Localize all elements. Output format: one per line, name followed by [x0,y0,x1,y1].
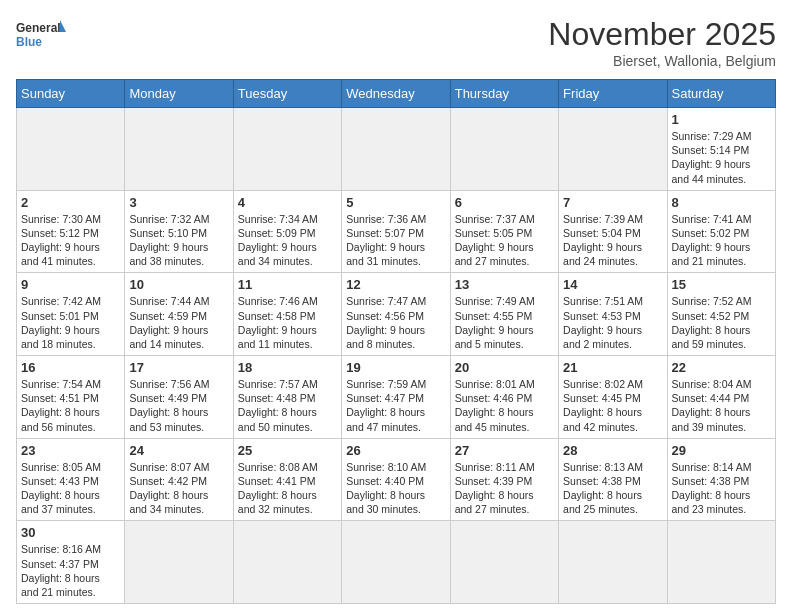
day-info: Sunrise: 8:16 AM Sunset: 4:37 PM Dayligh… [21,542,120,599]
day-info: Sunrise: 7:44 AM Sunset: 4:59 PM Dayligh… [129,294,228,351]
logo-svg: General Blue [16,16,66,56]
day-info: Sunrise: 7:56 AM Sunset: 4:49 PM Dayligh… [129,377,228,434]
calendar-cell [559,521,667,604]
day-info: Sunrise: 7:51 AM Sunset: 4:53 PM Dayligh… [563,294,662,351]
calendar-cell: 15Sunrise: 7:52 AM Sunset: 4:52 PM Dayli… [667,273,775,356]
day-info: Sunrise: 7:37 AM Sunset: 5:05 PM Dayligh… [455,212,554,269]
svg-marker-2 [60,20,66,32]
day-number: 30 [21,525,120,540]
page-header: General Blue November 2025 Bierset, Wall… [16,16,776,69]
calendar-cell: 17Sunrise: 7:56 AM Sunset: 4:49 PM Dayli… [125,356,233,439]
day-info: Sunrise: 7:41 AM Sunset: 5:02 PM Dayligh… [672,212,771,269]
calendar-cell: 30Sunrise: 8:16 AM Sunset: 4:37 PM Dayli… [17,521,125,604]
calendar-cell: 3Sunrise: 7:32 AM Sunset: 5:10 PM Daylig… [125,190,233,273]
day-number: 2 [21,195,120,210]
weekday-header-thursday: Thursday [450,80,558,108]
day-number: 1 [672,112,771,127]
day-number: 27 [455,443,554,458]
calendar-cell: 26Sunrise: 8:10 AM Sunset: 4:40 PM Dayli… [342,438,450,521]
weekday-header-friday: Friday [559,80,667,108]
calendar-cell [233,108,341,191]
calendar-cell: 16Sunrise: 7:54 AM Sunset: 4:51 PM Dayli… [17,356,125,439]
logo: General Blue [16,16,66,56]
day-number: 21 [563,360,662,375]
day-number: 10 [129,277,228,292]
calendar-cell: 11Sunrise: 7:46 AM Sunset: 4:58 PM Dayli… [233,273,341,356]
day-info: Sunrise: 7:57 AM Sunset: 4:48 PM Dayligh… [238,377,337,434]
weekday-header-sunday: Sunday [17,80,125,108]
title-area: November 2025 Bierset, Wallonia, Belgium [548,16,776,69]
calendar-week-row: 30Sunrise: 8:16 AM Sunset: 4:37 PM Dayli… [17,521,776,604]
day-info: Sunrise: 7:47 AM Sunset: 4:56 PM Dayligh… [346,294,445,351]
day-info: Sunrise: 7:46 AM Sunset: 4:58 PM Dayligh… [238,294,337,351]
calendar-cell: 8Sunrise: 7:41 AM Sunset: 5:02 PM Daylig… [667,190,775,273]
calendar-cell [233,521,341,604]
day-number: 3 [129,195,228,210]
day-info: Sunrise: 8:05 AM Sunset: 4:43 PM Dayligh… [21,460,120,517]
calendar-cell [450,108,558,191]
day-number: 24 [129,443,228,458]
location-title: Bierset, Wallonia, Belgium [548,53,776,69]
day-info: Sunrise: 8:14 AM Sunset: 4:38 PM Dayligh… [672,460,771,517]
weekday-header-wednesday: Wednesday [342,80,450,108]
calendar-cell: 21Sunrise: 8:02 AM Sunset: 4:45 PM Dayli… [559,356,667,439]
day-number: 4 [238,195,337,210]
day-number: 12 [346,277,445,292]
day-info: Sunrise: 7:52 AM Sunset: 4:52 PM Dayligh… [672,294,771,351]
calendar-cell: 12Sunrise: 7:47 AM Sunset: 4:56 PM Dayli… [342,273,450,356]
calendar-cell: 29Sunrise: 8:14 AM Sunset: 4:38 PM Dayli… [667,438,775,521]
weekday-header-row: SundayMondayTuesdayWednesdayThursdayFrid… [17,80,776,108]
calendar-cell: 25Sunrise: 8:08 AM Sunset: 4:41 PM Dayli… [233,438,341,521]
calendar-week-row: 16Sunrise: 7:54 AM Sunset: 4:51 PM Dayli… [17,356,776,439]
day-info: Sunrise: 7:29 AM Sunset: 5:14 PM Dayligh… [672,129,771,186]
day-info: Sunrise: 7:36 AM Sunset: 5:07 PM Dayligh… [346,212,445,269]
calendar-cell [125,521,233,604]
calendar-table: SundayMondayTuesdayWednesdayThursdayFrid… [16,79,776,604]
day-info: Sunrise: 7:32 AM Sunset: 5:10 PM Dayligh… [129,212,228,269]
day-info: Sunrise: 7:34 AM Sunset: 5:09 PM Dayligh… [238,212,337,269]
calendar-cell [342,108,450,191]
calendar-cell: 18Sunrise: 7:57 AM Sunset: 4:48 PM Dayli… [233,356,341,439]
day-number: 28 [563,443,662,458]
day-info: Sunrise: 7:42 AM Sunset: 5:01 PM Dayligh… [21,294,120,351]
day-number: 23 [21,443,120,458]
day-info: Sunrise: 7:49 AM Sunset: 4:55 PM Dayligh… [455,294,554,351]
day-info: Sunrise: 8:01 AM Sunset: 4:46 PM Dayligh… [455,377,554,434]
weekday-header-saturday: Saturday [667,80,775,108]
calendar-week-row: 23Sunrise: 8:05 AM Sunset: 4:43 PM Dayli… [17,438,776,521]
calendar-cell: 2Sunrise: 7:30 AM Sunset: 5:12 PM Daylig… [17,190,125,273]
day-info: Sunrise: 7:30 AM Sunset: 5:12 PM Dayligh… [21,212,120,269]
calendar-week-row: 9Sunrise: 7:42 AM Sunset: 5:01 PM Daylig… [17,273,776,356]
svg-text:General: General [16,21,61,35]
calendar-cell [559,108,667,191]
day-info: Sunrise: 8:04 AM Sunset: 4:44 PM Dayligh… [672,377,771,434]
day-number: 15 [672,277,771,292]
day-info: Sunrise: 7:39 AM Sunset: 5:04 PM Dayligh… [563,212,662,269]
day-number: 9 [21,277,120,292]
day-info: Sunrise: 8:08 AM Sunset: 4:41 PM Dayligh… [238,460,337,517]
month-title: November 2025 [548,16,776,53]
calendar-cell: 27Sunrise: 8:11 AM Sunset: 4:39 PM Dayli… [450,438,558,521]
calendar-cell [342,521,450,604]
calendar-week-row: 2Sunrise: 7:30 AM Sunset: 5:12 PM Daylig… [17,190,776,273]
day-info: Sunrise: 8:13 AM Sunset: 4:38 PM Dayligh… [563,460,662,517]
day-number: 14 [563,277,662,292]
day-info: Sunrise: 7:59 AM Sunset: 4:47 PM Dayligh… [346,377,445,434]
calendar-cell: 23Sunrise: 8:05 AM Sunset: 4:43 PM Dayli… [17,438,125,521]
day-info: Sunrise: 7:54 AM Sunset: 4:51 PM Dayligh… [21,377,120,434]
day-number: 22 [672,360,771,375]
calendar-cell: 7Sunrise: 7:39 AM Sunset: 5:04 PM Daylig… [559,190,667,273]
day-number: 20 [455,360,554,375]
day-info: Sunrise: 8:02 AM Sunset: 4:45 PM Dayligh… [563,377,662,434]
day-number: 19 [346,360,445,375]
calendar-cell [450,521,558,604]
day-number: 13 [455,277,554,292]
calendar-week-row: 1Sunrise: 7:29 AM Sunset: 5:14 PM Daylig… [17,108,776,191]
day-number: 8 [672,195,771,210]
day-number: 11 [238,277,337,292]
calendar-cell [667,521,775,604]
calendar-cell: 10Sunrise: 7:44 AM Sunset: 4:59 PM Dayli… [125,273,233,356]
day-number: 26 [346,443,445,458]
day-number: 18 [238,360,337,375]
calendar-cell: 14Sunrise: 7:51 AM Sunset: 4:53 PM Dayli… [559,273,667,356]
